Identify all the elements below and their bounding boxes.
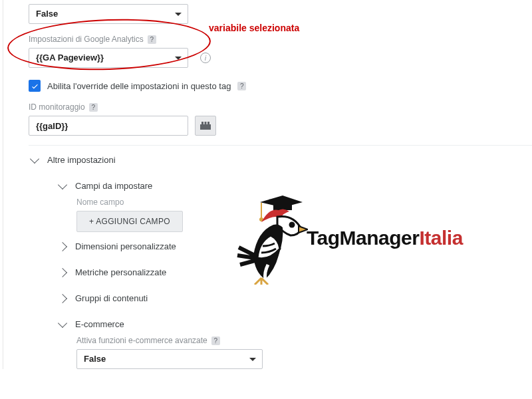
top-select-value: False — [36, 9, 58, 19]
enhanced-ecommerce-label: Attiva funzioni e-commerce avanzate ? — [29, 336, 532, 345]
custom-metrics-label: Metriche personalizzate — [75, 267, 166, 277]
ecommerce-toggle[interactable]: E-commerce — [29, 310, 532, 336]
help-icon[interactable]: ? — [237, 82, 246, 90]
brand-text-part2: Italia — [419, 227, 462, 249]
caret-down-icon — [175, 13, 182, 16]
override-label: Abilita l'override delle impostazioni in… — [47, 81, 231, 91]
info-icon[interactable]: i — [200, 53, 211, 63]
brand-logo: TagManagerItalia — [235, 192, 463, 285]
svg-point-9 — [289, 222, 295, 228]
more-settings-label: Altre impostazioni — [47, 155, 116, 165]
tracking-id-input[interactable] — [29, 116, 188, 136]
fields-to-set-label: Campi da impostare — [75, 181, 152, 191]
help-icon[interactable]: ? — [148, 35, 156, 44]
chevron-down-icon — [58, 318, 67, 327]
annotation-callout: variabile selezionata — [209, 23, 299, 33]
caret-down-icon — [175, 57, 182, 60]
chevron-down-icon — [30, 154, 39, 163]
more-settings-toggle[interactable]: Altre impostazioni — [29, 146, 532, 172]
add-field-button[interactable]: + AGGIUNGI CAMPO — [76, 211, 183, 232]
enhanced-ecommerce-select[interactable]: False — [76, 349, 263, 369]
svg-rect-1 — [201, 122, 203, 124]
tracking-id-label-text: ID monitoraggio — [29, 102, 85, 112]
svg-rect-0 — [200, 124, 211, 130]
override-checkbox[interactable] — [29, 80, 41, 92]
caret-down-icon — [249, 358, 256, 361]
top-select[interactable]: False — [29, 4, 188, 24]
content-groups-toggle[interactable]: Gruppi di contenuti — [29, 284, 532, 310]
brand-text: TagManagerItalia — [307, 227, 463, 249]
ga-settings-label: Impostazioni di Google Analytics ? — [29, 35, 532, 44]
custom-dimensions-label: Dimensioni personalizzate — [75, 241, 176, 251]
svg-rect-2 — [205, 122, 207, 124]
ga-settings-select[interactable]: {{GA Pageview}} — [29, 48, 188, 68]
help-icon[interactable]: ? — [89, 103, 98, 112]
brand-text-part1: TagManager — [307, 227, 419, 249]
content-groups-label: Gruppi di contenuti — [75, 293, 148, 303]
ga-settings-value: {{GA Pageview}} — [36, 53, 104, 63]
tracking-id-label: ID monitoraggio ? — [29, 102, 532, 112]
enhanced-ecommerce-label-text: Attiva funzioni e-commerce avanzate — [76, 336, 207, 345]
chevron-right-icon — [58, 267, 67, 277]
help-icon[interactable]: ? — [211, 336, 220, 345]
lego-brick-icon — [200, 122, 211, 130]
variable-picker-button[interactable] — [195, 116, 216, 136]
svg-rect-3 — [207, 122, 209, 124]
chevron-right-icon — [58, 293, 67, 303]
chevron-down-icon — [58, 180, 67, 189]
woodpecker-icon — [235, 192, 308, 285]
check-icon — [31, 82, 39, 90]
chevron-right-icon — [58, 241, 67, 251]
ga-settings-label-text: Impostazioni di Google Analytics — [29, 35, 144, 44]
ecommerce-label: E-commerce — [75, 319, 124, 329]
enhanced-ecommerce-value: False — [84, 354, 106, 364]
